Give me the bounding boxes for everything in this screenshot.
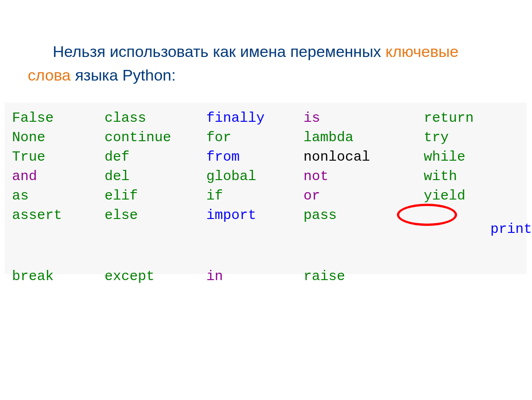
kw-cell: in xyxy=(206,269,303,283)
slide: Нельзя использовать как имена переменных… xyxy=(0,0,532,400)
kw-cell: del xyxy=(105,169,206,183)
kw-cell: raise xyxy=(303,269,405,283)
kw-cell: continue xyxy=(105,131,206,144)
keywords-grid: False class finally is return None conti… xyxy=(12,111,519,283)
heading-part2: языка Python: xyxy=(71,66,176,84)
kw-cell: break xyxy=(12,269,105,283)
kw-cell: if xyxy=(206,189,303,203)
kw-cell: not xyxy=(303,169,405,183)
heading-part1: Нельзя использовать как имена переменных xyxy=(53,43,385,60)
kw-cell: pass xyxy=(303,208,405,264)
kw-cell: return xyxy=(405,111,532,125)
kw-circled-cell: print xyxy=(405,208,532,264)
kw-print: print xyxy=(490,221,532,237)
kw-cell: try xyxy=(405,131,532,144)
kw-cell: while xyxy=(405,150,532,164)
kw-cell: None xyxy=(12,131,105,144)
kw-cell: global xyxy=(206,169,303,183)
kw-cell: for xyxy=(206,131,303,144)
kw-cell: def xyxy=(105,150,206,164)
kw-cell: lambda xyxy=(303,131,405,144)
kw-cell: True xyxy=(12,150,105,164)
kw-cell: assert xyxy=(12,208,105,264)
kw-cell: from xyxy=(206,150,303,164)
circle-annotation-icon xyxy=(397,204,457,226)
heading-text: Нельзя использовать как имена переменных… xyxy=(28,40,504,87)
kw-cell: yield xyxy=(405,189,532,203)
kw-cell: False xyxy=(12,111,105,125)
kw-cell: class xyxy=(105,111,206,125)
kw-cell: except xyxy=(105,269,206,283)
kw-cell: import xyxy=(206,208,303,264)
kw-cell: and xyxy=(12,169,105,183)
kw-cell: or xyxy=(303,189,405,203)
kw-cell: elif xyxy=(105,189,206,203)
kw-cell: with xyxy=(405,169,532,183)
kw-cell: finally xyxy=(206,111,303,125)
keywords-panel: False class finally is return None conti… xyxy=(5,103,526,274)
kw-cell: as xyxy=(12,189,105,203)
kw-cell: else xyxy=(105,208,206,264)
kw-cell: is xyxy=(303,111,405,125)
kw-cell-empty xyxy=(405,269,532,283)
kw-cell: nonlocal xyxy=(303,150,405,164)
